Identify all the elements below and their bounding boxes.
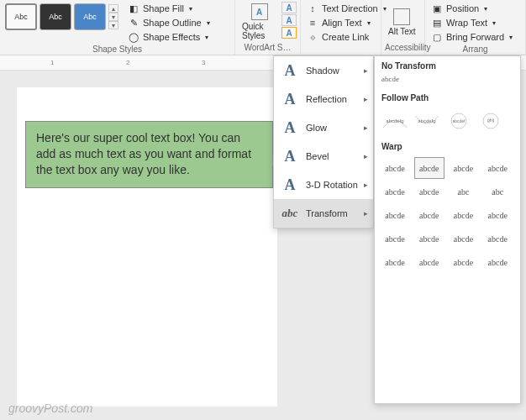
shape-style-thumb-1[interactable]: Abc — [5, 3, 37, 30]
quick-styles-label: Quick Styles — [242, 22, 276, 40]
warp-option[interactable]: abcde — [380, 204, 410, 226]
menu-item-3d-rotation[interactable]: A 3-D Rotation ▸ — [274, 171, 373, 199]
gallery-more-button[interactable]: ▴ ▾ ▾ — [108, 4, 118, 29]
warp-option[interactable]: abcde — [482, 228, 513, 249]
heading-no-transform: No Transform — [375, 56, 520, 73]
chevron-down-icon: ▾ — [108, 13, 118, 21]
create-link-button[interactable]: ⟐Create Link — [304, 30, 389, 44]
shape-fill-label: Shape Fill — [143, 3, 184, 13]
warp-option[interactable]: abcde — [414, 251, 444, 273]
chevron-down-icon: ▾ — [492, 19, 496, 27]
menu-label: 3-D Rotation — [306, 180, 358, 190]
warp-option[interactable]: abcde — [414, 228, 444, 249]
align-text-button[interactable]: ≡Align Text▾ — [304, 16, 389, 29]
effects-icon: ◯ — [128, 31, 139, 43]
warp-option[interactable]: abcde — [449, 157, 479, 179]
chevron-up-icon: ▴ — [108, 4, 118, 13]
text-effects-button[interactable]: A — [281, 27, 297, 39]
quick-styles-button[interactable]: A Quick Styles — [239, 2, 280, 42]
menu-item-reflection[interactable]: A Reflection ▸ — [274, 85, 373, 113]
align-text-icon: ≡ — [307, 17, 318, 29]
menu-label: Shadow — [306, 66, 339, 76]
warp-option[interactable]: abcde — [380, 181, 410, 202]
page[interactable]: Here's our super cool text box! You can … — [17, 87, 277, 407]
warp-option[interactable]: abc — [482, 181, 513, 202]
link-icon: ⟐ — [307, 31, 318, 43]
warp-option[interactable]: abcde — [482, 251, 513, 273]
warp-option[interactable]: abcde — [482, 157, 513, 179]
shape-outline-button[interactable]: ✎Shape Outline▾ — [125, 16, 213, 29]
warp-option[interactable]: abcde — [449, 228, 479, 249]
wrap-text-icon: ▤ — [431, 17, 443, 29]
wrap-text-button[interactable]: ▤Wrap Text▾ — [429, 16, 515, 29]
path-circle[interactable]: abcdef — [444, 108, 474, 134]
position-button[interactable]: ▣Position▾ — [429, 2, 515, 15]
gallery-expand-icon: ▾ — [108, 21, 118, 29]
warp-option[interactable]: abc — [449, 181, 479, 202]
alt-text-label: Alt Text — [388, 27, 416, 36]
shape-style-thumb-2[interactable]: Abc — [39, 3, 71, 30]
chevron-down-icon: ▾ — [189, 5, 192, 13]
group-text: ↕Text Direction▾ ≡Align Text▾ ⟐Create Li… — [301, 0, 381, 55]
warp-option[interactable]: abcde — [449, 204, 479, 226]
warp-option[interactable]: abcde — [482, 204, 513, 226]
group-accessibility: Alt Text Accessibility — [381, 0, 425, 55]
alt-text-icon — [393, 8, 410, 25]
path-arch-down[interactable]: abcdefg — [412, 108, 442, 134]
svg-text:ghij: ghij — [487, 118, 494, 123]
no-transform-option[interactable]: abcde — [375, 73, 520, 88]
shape-effects-button[interactable]: ◯Shape Effects▾ — [125, 30, 213, 44]
menu-item-glow[interactable]: A Glow ▸ — [274, 113, 373, 142]
path-text: abcdefg — [386, 118, 403, 123]
warp-option[interactable]: abcde — [414, 181, 444, 202]
text-fill-button[interactable]: A — [281, 2, 297, 13]
heading-warp: Warp — [375, 137, 520, 154]
menu-label: Transform — [306, 208, 348, 218]
glow-icon: A — [281, 118, 299, 137]
transform-submenu: No Transform abcde Follow Path abcdefg a… — [374, 55, 521, 404]
shape-fill-button[interactable]: ◧Shape Fill▾ — [125, 2, 213, 15]
alt-text-button[interactable]: Alt Text — [385, 2, 419, 42]
text-direction-button[interactable]: ↕Text Direction▾ — [304, 2, 389, 15]
menu-item-shadow[interactable]: A Shadow ▸ — [274, 56, 373, 85]
menu-item-transform[interactable]: abc Transform ▸ — [274, 199, 373, 228]
menu-label: Reflection — [306, 94, 347, 104]
ruler-mark: 3 — [202, 59, 205, 66]
warp-option[interactable]: abcde — [380, 157, 410, 179]
warp-option[interactable]: abcde — [380, 228, 410, 249]
text-direction-label: Text Direction — [322, 3, 378, 13]
shape-style-gallery[interactable]: Abc Abc Abc ▴ ▾ ▾ — [3, 2, 120, 32]
warp-option[interactable]: abcde — [380, 251, 410, 273]
path-button[interactable]: ghij — [476, 108, 506, 134]
submenu-arrow-icon: ▸ — [364, 209, 368, 218]
quick-styles-icon: A — [251, 3, 268, 20]
chevron-down-icon: ▾ — [509, 34, 513, 41]
warp-option-selected[interactable]: abcde — [414, 157, 444, 179]
svg-text:abcdefg: abcdefg — [418, 118, 435, 123]
transform-icon: abc — [281, 204, 299, 223]
chevron-down-icon: ▾ — [367, 19, 371, 27]
ruler-mark: 1 — [50, 59, 54, 66]
text-outline-button[interactable]: A — [281, 14, 297, 26]
bring-forward-icon: ▢ — [431, 31, 443, 43]
menu-item-bevel[interactable]: A Bevel ▸ — [274, 142, 373, 171]
shape-effects-label: Shape Effects — [143, 32, 200, 42]
pen-icon: ✎ — [128, 17, 139, 29]
align-text-label: Align Text — [322, 18, 362, 28]
submenu-arrow-icon: ▸ — [364, 152, 368, 160]
warp-option[interactable]: abcde — [414, 204, 444, 226]
path-arch-up[interactable]: abcdefg — [380, 108, 410, 134]
ribbon: Abc Abc Abc ▴ ▾ ▾ ◧Shape Fill▾ ✎Shape Ou… — [0, 0, 526, 55]
bring-forward-button[interactable]: ▢Bring Forward▾ — [429, 30, 515, 44]
text-effects-dropdown: A Shadow ▸ A Reflection ▸ A Glow ▸ A Bev… — [273, 55, 374, 228]
chevron-down-icon: ▾ — [484, 5, 487, 13]
shadow-icon: A — [281, 61, 299, 80]
menu-label: Glow — [306, 123, 327, 133]
warp-option[interactable]: abcde — [449, 251, 479, 273]
shape-style-thumb-3[interactable]: Abc — [74, 3, 106, 30]
text-box[interactable]: Here's our super cool text box! You can … — [25, 121, 273, 188]
menu-label: Bevel — [306, 151, 329, 161]
reflection-icon: A — [281, 90, 299, 108]
ruler-mark: 2 — [126, 59, 129, 66]
create-link-label: Create Link — [322, 32, 369, 42]
